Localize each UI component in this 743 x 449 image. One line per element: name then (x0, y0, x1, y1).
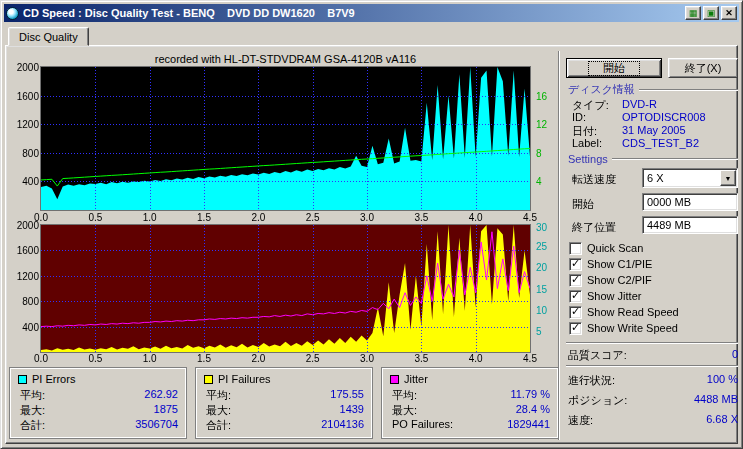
right-axis-tick: 15 (536, 285, 547, 295)
x-axis-tick: 3.5 (410, 213, 432, 223)
x-axis-tick: 1.5 (193, 354, 215, 364)
x-axis-tick: 3.5 (410, 354, 432, 364)
tab-disc-quality[interactable]: Disc Quality (8, 27, 89, 46)
section-line (639, 89, 738, 91)
right-axis-tick: 16 (536, 92, 547, 102)
y-axis-tick: 1200 (17, 120, 39, 130)
x-axis-tick: 4.0 (465, 213, 487, 223)
x-axis-tick: 1.0 (139, 213, 161, 223)
stat-label: 合計: (20, 418, 45, 433)
stat-value: 11.79 % (510, 388, 550, 403)
stat-value: 1875 (154, 403, 178, 418)
title-bar[interactable]: CD Speed : Disc Quality Test - BENQ DVD … (4, 4, 739, 22)
right-axis-tick: 12 (536, 120, 547, 130)
progress-value: 100 % (707, 373, 738, 388)
right-axis-tick: 20 (536, 263, 547, 273)
stat-value: 175.55 (330, 388, 364, 403)
separator (566, 365, 738, 367)
panel-title: Jitter (404, 373, 428, 385)
stat-row: 合計:2104136 (204, 418, 364, 433)
pi-failures-panel: PI Failures 平均:175.55 最大:1439 合計:2104136 (195, 367, 373, 439)
pi-failures-jitter-chart (41, 225, 530, 352)
x-axis-tick: 4.0 (465, 354, 487, 364)
titlebar-disc-button[interactable]: ▣ (703, 6, 719, 20)
checkbox-box[interactable]: ✓ (569, 322, 582, 335)
pi-failures-left-axis: 200016001200800400 (7, 225, 39, 352)
stat-label: 最大: (392, 403, 417, 418)
separator (566, 342, 738, 344)
close-button[interactable]: ✕ (721, 6, 737, 20)
stat-value: 1829441 (507, 418, 550, 433)
y-axis-tick: 1600 (17, 92, 39, 102)
x-axis-tick: 2.0 (247, 213, 269, 223)
pi-errors-left-axis: 200016001200800400 (7, 67, 39, 210)
y-axis-tick: 2000 (17, 63, 39, 73)
speed-row: 速度: 6.68 X (568, 413, 738, 428)
disc-id-row: ID:OPTODISCR008 (572, 111, 736, 123)
speed-select[interactable]: 6 X ▼ (642, 168, 738, 188)
checkbox-box[interactable]: ✓ (569, 290, 582, 303)
stat-label: 最大: (206, 403, 231, 418)
checkbox-show-c2-pif[interactable]: ✓Show C2/PIF (569, 273, 652, 287)
stat-value: 262.92 (144, 388, 178, 403)
checkbox-show-c1-pie[interactable]: ✓Show C1/PIE (569, 257, 652, 271)
checkbox-box[interactable]: ✓ (569, 274, 582, 287)
checkbox-box[interactable]: ✓ (569, 258, 582, 271)
x-axis-tick: 1.0 (139, 354, 161, 364)
position-value: 4488 MB (694, 393, 738, 408)
stat-row: 最大:1439 (204, 403, 364, 418)
pi-errors-x-axis: 0.00.51.01.52.02.53.03.54.04.5 (41, 213, 530, 225)
x-axis-tick: 3.0 (356, 213, 378, 223)
checkbox-show-jitter[interactable]: ✓Show Jitter (569, 289, 641, 303)
checkbox-show-read-speed[interactable]: ✓Show Read Speed (569, 305, 679, 319)
y-axis-tick: 400 (22, 177, 39, 187)
close-icon: ✕ (725, 9, 733, 18)
stat-row: 平均:262.92 (18, 388, 178, 403)
check-icon: ✓ (571, 290, 580, 301)
speed-row-value: 6.68 X (706, 413, 738, 428)
checkbox-show-write-speed[interactable]: ✓Show Write Speed (569, 321, 678, 335)
quality-score-label: 品質スコア: (568, 348, 627, 363)
stat-label: 平均: (20, 388, 45, 403)
right-axis-tick: 4 (536, 177, 542, 187)
x-axis-tick: 0.5 (84, 354, 106, 364)
y-axis-tick: 1200 (17, 272, 39, 282)
stat-row: 合計:3506704 (18, 418, 178, 433)
x-axis-tick: 4.5 (519, 354, 541, 364)
titlebar-grid-button[interactable]: ▦ (685, 6, 701, 20)
stat-row: PO Failures:1829441 (390, 418, 550, 433)
chevron-down-icon[interactable]: ▼ (720, 170, 736, 186)
stat-row: 最大:1875 (18, 403, 178, 418)
y-axis-tick: 800 (22, 297, 39, 307)
checkbox-box[interactable]: ✓ (569, 306, 582, 319)
start-button[interactable]: 開始 (566, 58, 662, 78)
recorded-with-text: recorded with HL-DT-STDVDRAM GSA-4120B v… (41, 53, 530, 65)
stat-value: 3506704 (135, 418, 178, 433)
speed-select-value: 6 X (643, 172, 720, 184)
x-axis-tick: 0.0 (30, 354, 52, 364)
stat-row: 平均:175.55 (204, 388, 364, 403)
check-icon: ✓ (571, 306, 580, 317)
pi-errors-swatch (18, 375, 27, 384)
titlebar-buttons: ▦ ▣ ✕ (685, 6, 737, 20)
checkbox-label: Show Write Speed (587, 322, 678, 334)
checkbox-label: Quick Scan (587, 242, 643, 254)
checkbox-label: Show Read Speed (587, 306, 679, 318)
checkbox-quick-scan[interactable]: ✓Quick Scan (569, 241, 643, 255)
jitter-swatch (390, 375, 399, 384)
x-axis-tick: 1.5 (193, 213, 215, 223)
right-axis-tick: 25 (536, 242, 547, 252)
start-position-field[interactable]: 0000 MB (642, 193, 738, 211)
disc-id-value: OPTODISCR008 (622, 111, 706, 123)
exit-button[interactable]: 終了(X) (668, 58, 738, 78)
stat-row: 平均:11.79 % (390, 388, 550, 403)
end-position-field[interactable]: 4489 MB (642, 216, 738, 234)
section-line (612, 158, 738, 160)
disc-info-header-label: ディスク情報 (568, 82, 635, 97)
x-axis-tick: 2.5 (302, 354, 324, 364)
y-axis-tick: 400 (22, 323, 39, 333)
disc-label-value: CDS_TEST_B2 (622, 137, 699, 149)
checkbox-box[interactable]: ✓ (569, 242, 582, 255)
panel-title: PI Errors (32, 373, 75, 385)
stat-label: 平均: (392, 388, 417, 403)
